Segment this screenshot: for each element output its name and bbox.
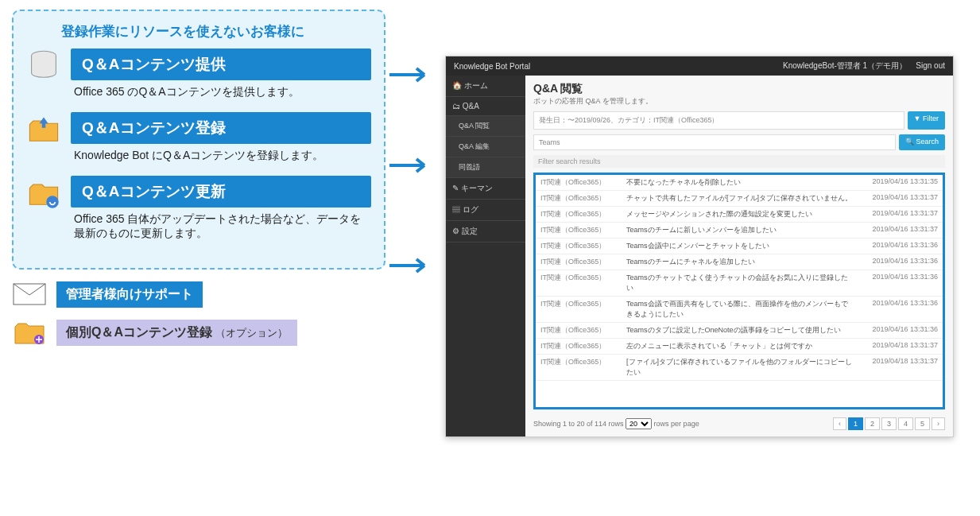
feature-title: Q＆Aコンテンツ登録: [71, 112, 371, 144]
feature-title: Q＆Aコンテンツ提供: [71, 48, 371, 80]
per-page-suffix: rows per page: [654, 420, 699, 428]
table-row[interactable]: IT関連（Office365）Teams会議で画面共有をしている際に、画面操作を…: [536, 297, 943, 323]
promo-headline: 登録作業にリソースを使えないお客様に: [26, 22, 371, 41]
table-row[interactable]: IT関連（Office365）[ファイル]タブに保存されているファイルを他のフォ…: [536, 355, 943, 381]
pager: Showing 1 to 20 of 114 rows 20 rows per …: [533, 414, 945, 430]
portal-nav: 🏠 ホーム 🗂 Q&A Q&A 閲覧 Q&A 編集 同義語 ✎ キーマン ▤ ロ…: [446, 76, 525, 436]
nav-qa-edit[interactable]: Q&A 編集: [446, 137, 525, 157]
results-header: Filter search results: [533, 155, 945, 168]
nav-qa-view[interactable]: Q&A 閲覧: [446, 116, 525, 137]
page-button[interactable]: 3: [881, 417, 897, 430]
results-table: IT関連（Office365）不要になったチャネルを削除したい2019/04/1…: [533, 173, 945, 409]
pager-text: Showing 1 to 20 of 114 rows: [533, 420, 624, 428]
arrow-icon: [389, 256, 437, 275]
table-row[interactable]: IT関連（Office365）不要になったチャネルを削除したい2019/04/1…: [536, 175, 943, 191]
promo-box: 登録作業にリソースを使えないお客様に Q＆Aコンテンツ提供 Office 365…: [12, 10, 385, 270]
table-row[interactable]: IT関連（Office365）Teamsのチャットでよく使うチャットの会話をお気…: [536, 270, 943, 297]
arrow-icon: [389, 65, 437, 84]
filter-summary[interactable]: 発生日：〜2019/09/26、カテゴリ：IT関連（Office365）: [533, 111, 904, 130]
feature-provide: Q＆Aコンテンツ提供 Office 365 のQ＆Aコンテンツを提供します。: [26, 48, 371, 101]
feature-register: Q＆Aコンテンツ登録 Knowledge Bot にQ＆Aコンテンツを登録します…: [26, 112, 371, 165]
option-label-text: 個別Q＆Aコンテンツ登録: [66, 325, 212, 339]
option-label: 個別Q＆Aコンテンツ登録 （オプション）: [56, 320, 297, 346]
user-label: KnowledgeBot-管理者 1（デモ用）: [783, 61, 907, 70]
feature-desc: Office 365 のQ＆Aコンテンツを提供します。: [71, 83, 371, 101]
table-row[interactable]: IT関連（Office365）Teamsのタブに設定したOneNoteの議事録を…: [536, 323, 943, 339]
table-row[interactable]: IT関連（Office365）Teams会議中にメンバーとチャットをしたい201…: [536, 239, 943, 254]
page-button[interactable]: 2: [865, 417, 880, 430]
feature-desc: Knowledge Bot にQ＆Aコンテンツを登録します。: [71, 147, 371, 165]
svg-point-1: [46, 196, 58, 208]
per-page-select[interactable]: 20: [626, 418, 652, 429]
table-row[interactable]: IT関連（Office365）Teamsのチームに新しいメンバーを追加したい20…: [536, 223, 943, 239]
page-button[interactable]: 5: [915, 417, 930, 430]
app-title: Knowledge Bot Portal: [454, 62, 530, 71]
database-icon: [26, 48, 61, 83]
feature-title: Q＆Aコンテンツ更新: [71, 176, 371, 208]
filter-button[interactable]: ▼ Filter: [908, 111, 945, 130]
folder-download-icon: [26, 112, 61, 147]
portal-main: Q&A 閲覧 ボットの応答用 Q&A を管理します。 発生日：〜2019/09/…: [525, 76, 953, 436]
mail-icon: [12, 281, 47, 308]
page-button[interactable]: 1: [848, 417, 863, 430]
nav-sync[interactable]: 同義語: [446, 157, 525, 178]
nav-settings[interactable]: ⚙ 設定: [446, 221, 525, 242]
page-title: Q&A 閲覧: [533, 82, 945, 96]
support-row: 管理者様向けサポート: [12, 281, 385, 308]
option-row: 個別Q＆Aコンテンツ登録 （オプション）: [12, 319, 385, 346]
feature-desc: Office 365 自体がアップデートされた場合など、データを最新のものに更新…: [71, 211, 371, 242]
folder-refresh-icon: [26, 176, 61, 211]
nav-home[interactable]: 🏠 ホーム: [446, 76, 525, 97]
portal-header: Knowledge Bot Portal KnowledgeBot-管理者 1（…: [446, 56, 953, 76]
folder-plus-icon: [12, 319, 47, 346]
portal-screenshot: Knowledge Bot Portal KnowledgeBot-管理者 1（…: [445, 56, 954, 437]
table-row[interactable]: IT関連（Office365）チャットで共有したファイルが[ファイル]タブに保存…: [536, 191, 943, 207]
table-row[interactable]: IT関連（Office365）Teamsのチームにチャネルを追加したい2019/…: [536, 254, 943, 270]
search-input[interactable]: Teams: [533, 134, 896, 150]
page-button[interactable]: ‹: [833, 417, 846, 430]
page-buttons: ‹12345›: [833, 417, 945, 430]
nav-keyman[interactable]: ✎ キーマン: [446, 178, 525, 200]
page-subtitle: ボットの応答用 Q&A を管理します。: [533, 96, 945, 107]
feature-update: Q＆Aコンテンツ更新 Office 365 自体がアップデートされた場合など、デ…: [26, 176, 371, 242]
page-button[interactable]: ›: [932, 417, 945, 430]
nav-qa[interactable]: 🗂 Q&A: [446, 97, 525, 116]
promo-panel: 登録作業にリソースを使えないお客様に Q＆Aコンテンツ提供 Office 365…: [12, 10, 385, 346]
support-label: 管理者様向けサポート: [56, 281, 203, 308]
table-row[interactable]: IT関連（Office365）メッセージやメンションされた際の通知設定を変更した…: [536, 207, 943, 223]
signout-link[interactable]: Sign out: [916, 61, 945, 70]
page-button[interactable]: 4: [898, 417, 913, 430]
search-button[interactable]: 🔍 Search: [899, 134, 945, 150]
nav-log[interactable]: ▤ ログ: [446, 200, 525, 221]
table-row[interactable]: IT関連（Office365）左のメニューに表示されている「チャット」とは何です…: [536, 339, 943, 355]
arrow-icon: [389, 156, 437, 175]
option-suffix: （オプション）: [215, 327, 288, 339]
